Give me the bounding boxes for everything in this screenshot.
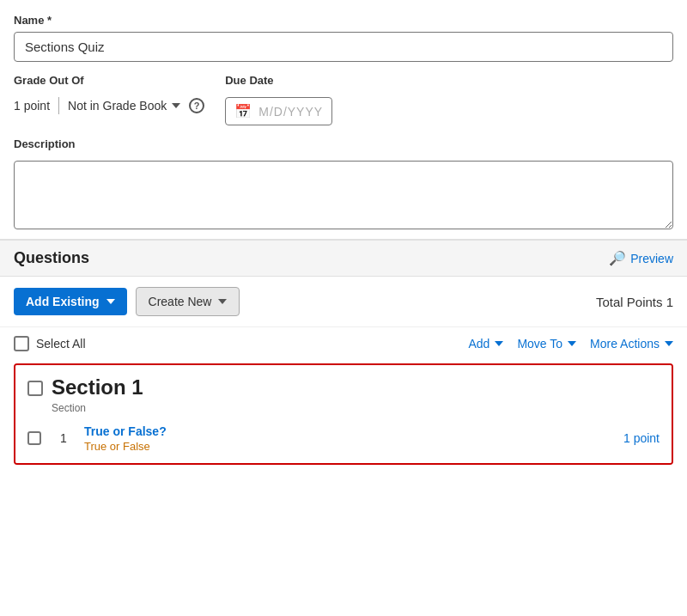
name-input[interactable] (14, 32, 673, 62)
due-date-section: Due Date 📅 M/D/YYYY (225, 74, 332, 125)
select-all-checkbox[interactable] (14, 336, 29, 351)
select-all-left: Select All (14, 336, 86, 351)
select-all-label: Select All (36, 337, 86, 351)
question-text[interactable]: True or False? (84, 424, 623, 438)
grade-points: 1 point (14, 99, 50, 113)
date-placeholder: M/D/YYYY (258, 105, 323, 119)
grade-label: Grade Out Of (14, 74, 204, 87)
action-buttons: Add Move To More Actions (468, 337, 673, 351)
help-icon[interactable]: ? (189, 98, 204, 113)
question-row: 1 True or False? True or False 1 point (15, 418, 672, 463)
section-checkbox[interactable] (27, 381, 43, 396)
preview-icon: 🔎 (609, 250, 626, 266)
question-number: 1 (55, 431, 72, 445)
section-title: Section 1 (52, 375, 660, 400)
questions-title: Questions (14, 249, 89, 267)
add-existing-button[interactable]: Add Existing (14, 288, 127, 315)
question-content: True or False? True or False (84, 424, 623, 453)
chevron-down-icon (172, 103, 180, 108)
section-subtitle: Section (52, 402, 660, 414)
calendar-icon: 📅 (234, 103, 252, 119)
total-points: Total Points 1 (596, 295, 673, 309)
toolbar-left: Add Existing Create New (14, 287, 240, 316)
vertical-divider (58, 97, 59, 114)
section-title-block: Section 1 Section (52, 375, 660, 414)
create-new-button[interactable]: Create New (136, 287, 240, 316)
description-section: Description (14, 137, 673, 232)
preview-button[interactable]: 🔎 Preview (609, 250, 673, 266)
description-textarea[interactable] (14, 161, 673, 229)
chevron-down-icon (568, 341, 576, 346)
name-label: Name * (14, 14, 673, 27)
questions-toolbar: Add Existing Create New Total Points 1 (0, 277, 687, 326)
chevron-down-icon (665, 341, 673, 346)
name-field-group: Name * (14, 14, 673, 62)
chevron-down-icon (106, 299, 115, 304)
chevron-down-icon (495, 341, 503, 346)
chevron-down-icon (218, 299, 227, 304)
section-header: Section 1 Section (15, 365, 672, 418)
grade-due-row: Grade Out Of 1 point Not in Grade Book ?… (14, 74, 673, 125)
add-button[interactable]: Add (468, 337, 503, 351)
description-label: Description (14, 137, 673, 150)
grade-out-of-section: Grade Out Of 1 point Not in Grade Book ? (14, 74, 204, 114)
section-card: Section 1 Section 1 True or False? True … (14, 363, 673, 465)
select-all-row: Select All Add Move To More Actions (0, 326, 687, 360)
question-checkbox[interactable] (27, 431, 41, 445)
question-type: True or False (84, 440, 623, 453)
question-points: 1 point (623, 431, 660, 445)
move-to-button[interactable]: Move To (517, 337, 576, 351)
due-date-label: Due Date (225, 74, 332, 87)
questions-header: Questions 🔎 Preview (0, 240, 687, 277)
not-in-gradebook-button[interactable]: Not in Grade Book (68, 99, 180, 113)
grade-controls: 1 point Not in Grade Book ? (14, 97, 204, 114)
form-container: Name * Grade Out Of 1 point Not in Grade… (0, 0, 687, 240)
date-input-wrapper[interactable]: 📅 M/D/YYYY (225, 97, 332, 125)
more-actions-button[interactable]: More Actions (590, 337, 673, 351)
